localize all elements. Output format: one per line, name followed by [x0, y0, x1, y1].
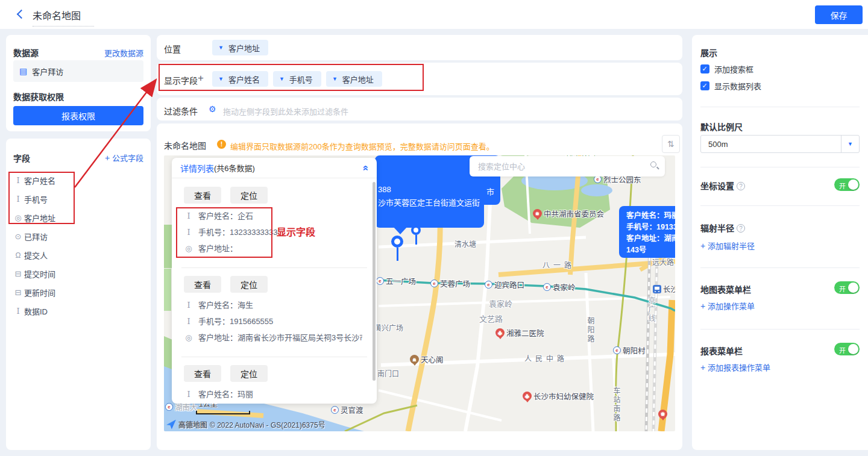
- popup-line: 客户姓名：玛丽: [626, 210, 675, 222]
- help-icon[interactable]: [737, 224, 745, 233]
- detail-list-panel: 详情列表 (共6条数据) 查看定位客户姓名：企石手机号：13233333333客…: [172, 158, 377, 404]
- train-station-icon: [653, 285, 661, 293]
- location-field-chip[interactable]: 客户地址: [212, 40, 268, 55]
- checkbox-show-datalist[interactable]: 显示数据列表: [700, 80, 761, 92]
- map-label-text: 朝阳村: [623, 345, 646, 356]
- map-label-text: 灵官渡: [341, 404, 363, 416]
- add-display-field-button[interactable]: +: [198, 72, 204, 84]
- page-title[interactable]: 未命名地图: [33, 8, 94, 27]
- field-list-item[interactable]: 提交人: [13, 246, 146, 264]
- report-permission-button[interactable]: 报表权限: [13, 106, 143, 125]
- locate-button[interactable]: 定位: [230, 187, 268, 204]
- display-fields-row: 显示字段 + 客户姓名手机号客户地址: [157, 63, 682, 95]
- user-icon: [13, 251, 23, 260]
- view-button[interactable]: 查看: [184, 276, 221, 293]
- toggle-knob: [848, 283, 858, 293]
- display-field-chip[interactable]: 客户姓名: [212, 71, 268, 87]
- display-field-chip[interactable]: 客户地址: [326, 71, 382, 87]
- map-label-text: 五一广场: [386, 275, 416, 287]
- default-scale-select[interactable]: 500m: [700, 135, 860, 153]
- location-icon: [184, 333, 193, 342]
- field-list-item[interactable]: 客户地址: [13, 208, 146, 227]
- add-formula-field-link[interactable]: 公式字段: [105, 152, 143, 163]
- entry-field-text: 手机号：1915665555: [198, 317, 273, 326]
- checkbox-add-searchbox[interactable]: 添加搜索框: [700, 63, 753, 75]
- add-map-menu-link[interactable]: 添加操作菜单: [700, 300, 755, 311]
- add-report-menu-link[interactable]: 添加报表操作菜单: [700, 361, 770, 373]
- fields-title: 字段: [13, 152, 30, 164]
- field-list-item[interactable]: 已拜访: [13, 227, 146, 246]
- data-popup-front[interactable]: 388 沙市芙蓉区定王台街道文运街: [375, 177, 484, 228]
- warning-icon: !: [217, 140, 226, 149]
- toggle-on-label: 开: [839, 345, 846, 355]
- field-label: 手机号: [24, 193, 48, 205]
- add-radius-link[interactable]: 添加辐射半径: [700, 240, 755, 251]
- map-label-text: 袁家岭: [489, 298, 512, 309]
- collapse-icon[interactable]: [359, 165, 371, 170]
- field-label: 数据ID: [24, 305, 48, 317]
- display-field-value: 客户姓名: [228, 73, 260, 85]
- locate-button[interactable]: 定位: [230, 276, 268, 293]
- popup-tail: [393, 226, 407, 234]
- map-label-text: 朝阳路: [585, 317, 596, 344]
- map-viewport[interactable]: 烈士公园烈士公园东中共湖南省委员会清水塘八一路远大路五一广场芙蓉广场迎宾路口袁家…: [164, 155, 675, 431]
- field-list-item[interactable]: 手机号: [13, 190, 146, 208]
- display-field-value: 客户地址: [342, 73, 374, 85]
- map-label-text: 中共湖南省委员会: [544, 208, 604, 219]
- data-popup-right[interactable]: 客户姓名：玛丽 手机号：19133 客户地址：湖南 143号: [619, 206, 675, 258]
- save-button[interactable]: 保存: [815, 5, 863, 24]
- search-icon[interactable]: [650, 161, 656, 167]
- change-datasource-link[interactable]: 更改数据源: [104, 47, 143, 58]
- view-button[interactable]: 查看: [184, 187, 221, 204]
- view-button[interactable]: 查看: [184, 365, 221, 382]
- entry-field-text: 客户姓名：玛丽: [198, 390, 253, 399]
- hospital-icon: [523, 392, 532, 401]
- entry-buttons: 查看定位: [184, 187, 365, 204]
- attribution-text: © 2022 AutoNavi - GS(2021)6375号: [210, 419, 326, 429]
- metro-icon: [331, 406, 339, 414]
- map-marker-pin[interactable]: [411, 225, 421, 245]
- map-title: 未命名地图: [164, 139, 206, 151]
- divider: [700, 107, 860, 107]
- search-input[interactable]: [478, 156, 641, 176]
- map-label-text: 文艺路: [479, 313, 503, 324]
- datasource-item[interactable]: ▤ 客户拜访: [13, 60, 143, 82]
- map-label-text: 远大路: [652, 257, 674, 267]
- field-list-item[interactable]: 客户姓名: [13, 171, 146, 190]
- entry-field: 客户姓名：玛丽: [184, 390, 362, 399]
- checkbox-checked-icon[interactable]: [700, 81, 709, 90]
- entry-field: 客户姓名：海生: [184, 301, 362, 310]
- checkbox-label: 显示数据列表: [714, 80, 761, 92]
- coord-toggle[interactable]: 开: [834, 178, 860, 191]
- map-label-text: 朝阳村: [613, 345, 646, 356]
- checkbox-checked-icon[interactable]: [700, 64, 709, 73]
- gear-icon[interactable]: ⚙: [209, 104, 216, 114]
- map-search-box: [470, 156, 665, 176]
- display-field-chip[interactable]: 手机号: [273, 71, 321, 87]
- map-marker-pin[interactable]: [391, 236, 403, 261]
- sort-button[interactable]: [662, 135, 680, 153]
- map-menu-toggle[interactable]: 开: [834, 281, 860, 294]
- map-label-text: 车站南路: [611, 387, 621, 423]
- field-list-item[interactable]: 提交时间: [13, 264, 146, 283]
- datasource-name: 客户拜访: [32, 66, 63, 77]
- report-menu-toggle[interactable]: 开: [834, 343, 860, 355]
- map-label-poi: 天心阁: [410, 354, 444, 365]
- help-icon[interactable]: [737, 182, 745, 190]
- poi-pin-icon: [533, 209, 542, 218]
- map-label-text: 朝阳路: [585, 317, 596, 344]
- map-label-text: 迎宾路口: [494, 279, 524, 290]
- filter-placeholder: 拖动左侧字段到此处来添加过滤条件: [223, 105, 348, 117]
- field-list-item[interactable]: 更新时间: [13, 283, 146, 302]
- field-list-item[interactable]: 数据ID: [13, 302, 146, 320]
- text-icon: [13, 195, 23, 204]
- back-icon[interactable]: [17, 10, 27, 19]
- map-label-text: 黄兴广场: [374, 322, 403, 333]
- detail-list-body: 查看定位客户姓名：企石手机号：13233333333客户地址：查看定位客户姓名：…: [172, 178, 377, 404]
- fields-panel: 字段 公式字段 客户姓名手机号客户地址已拜访提交人提交时间更新时间数据ID: [6, 139, 151, 450]
- locate-button[interactable]: 定位: [230, 365, 268, 382]
- entry-field: 客户姓名：企石: [184, 211, 362, 220]
- entry-field-text: 客户地址：: [198, 244, 237, 253]
- field-label: 已拜访: [24, 231, 48, 242]
- scrollbar[interactable]: [373, 182, 376, 381]
